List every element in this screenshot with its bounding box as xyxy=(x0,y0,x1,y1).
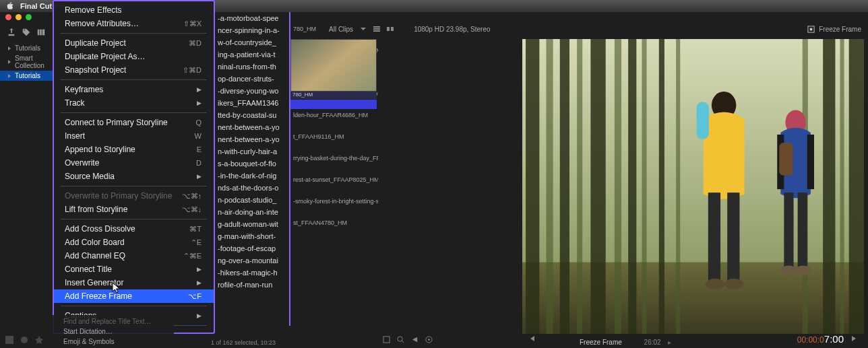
clip-row[interactable]: -in-the-dark-of-nig xyxy=(215,170,289,182)
clip-detail-row[interactable]: rrying-basket-during-the-day_FFAAF422 xyxy=(290,141,378,163)
options-icon[interactable] xyxy=(425,336,433,343)
find-replace-title-item[interactable]: Find and Replace Title Text… xyxy=(53,316,174,326)
clip-row[interactable]: g-adult-woman-wit xyxy=(215,218,289,230)
apple-icon[interactable] xyxy=(5,1,15,11)
clip-thumbnail[interactable] xyxy=(290,39,377,92)
clip-detail-row[interactable]: st_FFAAN4780_HM xyxy=(290,206,378,228)
tool-icon[interactable] xyxy=(20,336,28,344)
submenu-arrow-icon: ▶ xyxy=(197,279,202,286)
clip-detail-row[interactable]: -smoky-forest-in-bright-setting-sunlight xyxy=(290,184,378,206)
clip-row[interactable]: g-man-with-short- xyxy=(215,230,289,242)
sidebar-item-tutorials-event[interactable]: Tutorials xyxy=(0,71,53,81)
menu-shortcut: ⌃E xyxy=(191,238,202,247)
effect-icon[interactable] xyxy=(35,336,43,344)
menu-item[interactable]: Add Cross Dissolve⌘T xyxy=(54,222,214,236)
menu-item-label: Duplicate Project xyxy=(65,38,126,48)
menu-item-label: Source Media xyxy=(65,172,115,181)
submenu-arrow-icon: ▶ xyxy=(197,100,202,106)
start-dictation-item[interactable]: Start Dictation… xyxy=(53,326,174,337)
menu-item[interactable]: Keyframes▶ xyxy=(54,83,214,96)
svg-rect-0 xyxy=(38,30,40,36)
skip-back-icon[interactable] xyxy=(529,335,536,342)
menu-item[interactable]: Append to StorylineE xyxy=(54,143,214,156)
index-icon[interactable] xyxy=(5,336,13,344)
menu-item[interactable]: Remove Effects xyxy=(54,3,214,17)
clip-detail-row[interactable]: t_FFAAH9116_HM xyxy=(290,120,378,141)
menu-item-label: Overwrite to Primary Storyline xyxy=(65,191,172,201)
clip-row[interactable]: op-dancer-struts- xyxy=(215,73,289,85)
clip-row[interactable]: -a-motorboat-spee xyxy=(215,12,289,24)
edit-context-menu[interactable]: Remove EffectsRemove Attributes…⇧⌘XDupli… xyxy=(53,0,215,334)
timecode[interactable]: 00:00:07:00 xyxy=(797,333,844,345)
svg-rect-16 xyxy=(659,39,664,334)
menu-item-label: Remove Attributes… xyxy=(65,19,139,28)
timeline-clip-label[interactable]: Freeze Frame 26:02 ▸ xyxy=(580,339,671,346)
menu-shortcut: ⇧⌘D xyxy=(183,66,202,75)
zoom-window-icon[interactable] xyxy=(26,14,32,20)
menu-shortcut: ⌥⌘↑ xyxy=(182,192,202,201)
menu-item[interactable]: Track▶ xyxy=(54,96,214,110)
viewer-canvas[interactable] xyxy=(522,39,864,334)
minimize-window-icon[interactable] xyxy=(16,14,22,20)
clip-selection-bar[interactable] xyxy=(290,100,377,109)
menu-item[interactable]: Insert Generator▶ xyxy=(54,276,214,289)
clip-row[interactable]: n-podcast-studio_ xyxy=(215,194,289,206)
clip-name-column[interactable]: -a-motorboat-speencer-spinning-in-a-w-of… xyxy=(215,12,290,326)
menu-item[interactable]: Connect Title▶ xyxy=(54,263,214,276)
clip-detail-row[interactable]: rest-at-sunset_FFAAP8025_HM xyxy=(290,163,378,184)
menu-item: Overwrite to Primary Storyline⌥⌘↑ xyxy=(54,189,214,203)
menu-item[interactable]: Add Color Board⌃E xyxy=(54,236,214,249)
filter-dropdown-icon[interactable] xyxy=(360,26,367,32)
menu-item[interactable]: Add Freeze Frame⌥F xyxy=(54,289,214,303)
clip-row[interactable]: ing-a-patient-via-t xyxy=(215,48,289,61)
clip-row[interactable]: nent-between-a-yo xyxy=(215,121,289,133)
menu-item[interactable]: Snapshot Project⇧⌘D xyxy=(54,63,214,77)
menu-item[interactable]: Remove Attributes…⇧⌘X xyxy=(54,17,214,30)
svg-rect-5 xyxy=(373,30,380,32)
clip-row[interactable]: w-of-countryside_ xyxy=(215,36,289,48)
clip-row[interactable]: -footage-of-escap xyxy=(215,242,289,254)
zoom-icon[interactable] xyxy=(397,336,404,343)
menu-shortcut: W xyxy=(195,132,202,140)
clip-row[interactable]: -hikers-at-magic-h xyxy=(215,267,289,279)
close-window-icon[interactable] xyxy=(5,14,11,20)
clip-row[interactable]: s-a-bouquet-of-flo xyxy=(215,158,289,170)
svg-rect-13 xyxy=(560,39,569,334)
menu-shortcut: ⌘D xyxy=(189,39,202,48)
keyword-icon[interactable] xyxy=(22,28,31,37)
filmstrip-view-icon[interactable] xyxy=(387,26,394,32)
menu-item[interactable]: OverwriteD xyxy=(54,156,214,170)
clip-filter[interactable]: All Clips xyxy=(329,26,353,33)
menu-item[interactable]: Source Media▶ xyxy=(54,170,214,183)
svg-rect-27 xyxy=(708,193,720,281)
menu-item[interactable]: Add Channel EQ⌃⌘E xyxy=(54,249,214,263)
menu-item[interactable]: InsertW xyxy=(54,129,214,143)
clip-row[interactable]: rofile-of-man-run xyxy=(215,279,289,291)
import-icon[interactable] xyxy=(7,28,16,37)
clip-row[interactable]: n-with-curly-hair-a xyxy=(215,145,289,158)
clip-row[interactable]: ng-over-a-mountai xyxy=(215,254,289,267)
skimming-icon[interactable] xyxy=(411,336,418,343)
list-view-icon[interactable] xyxy=(373,26,380,32)
clip-row[interactable]: -diverse-young-wo xyxy=(215,85,289,97)
clip-row[interactable]: ninal-runs-from-th xyxy=(215,61,289,73)
menu-item[interactable]: Lift from Storyline⌥⌘↓ xyxy=(54,203,214,216)
clip-row[interactable]: nds-at-the-doors-o xyxy=(215,182,289,194)
clip-row[interactable]: tted-by-coastal-su xyxy=(215,109,289,121)
clip-row[interactable]: ncer-spinning-in-a- xyxy=(215,24,289,36)
menu-item[interactable]: Connect to Primary StorylineQ xyxy=(54,116,214,129)
menu-item[interactable]: Duplicate Project As… xyxy=(54,50,214,63)
clip-appearance-icon[interactable] xyxy=(383,336,390,343)
dictation-submenu[interactable]: Find and Replace Title Text… Start Dicta… xyxy=(53,315,174,348)
sidebar-item-smart-collection[interactable]: Smart Collection xyxy=(0,53,53,71)
menu-shortcut: ⌘T xyxy=(189,225,202,234)
menu-item[interactable]: Duplicate Project⌘D xyxy=(54,36,214,50)
skip-forward-icon[interactable] xyxy=(850,335,857,342)
menu-shortcut: ⌃⌘E xyxy=(183,252,202,260)
clip-row[interactable]: n-air-doing-an-inte xyxy=(215,206,289,218)
clip-row[interactable]: nent-between-a-yo xyxy=(215,133,289,145)
sidebar-item-tutorials-lib[interactable]: Tutorials xyxy=(0,43,53,53)
emoji-symbols-item[interactable]: Emoji & Symbols xyxy=(53,337,174,347)
clip-row[interactable]: ikers_FFAAM1346 xyxy=(215,97,289,109)
library-icon[interactable] xyxy=(36,28,46,37)
